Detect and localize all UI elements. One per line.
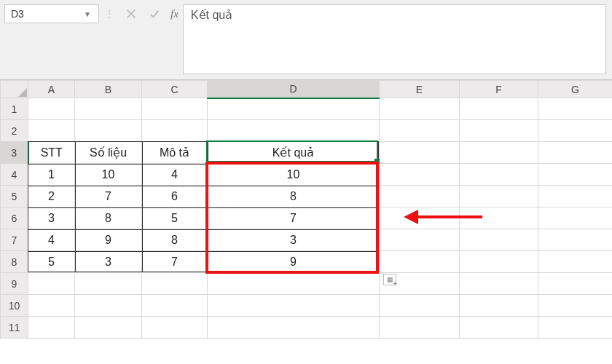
cell-F4[interactable]: [460, 164, 538, 186]
cell-F3[interactable]: [460, 142, 538, 164]
cell-A2[interactable]: [28, 120, 75, 142]
row-header-8[interactable]: 8: [1, 251, 28, 273]
cell-E2[interactable]: [380, 120, 460, 142]
cell-F1[interactable]: [460, 98, 538, 120]
cell-F9[interactable]: [460, 273, 538, 295]
formula-input[interactable]: Kết quả: [183, 4, 606, 74]
row-header-2[interactable]: 2: [1, 120, 28, 142]
cell-D11[interactable]: [208, 317, 380, 339]
cancel-icon[interactable]: [119, 4, 143, 23]
col-header-G[interactable]: G: [538, 81, 613, 98]
cell-D4[interactable]: 10: [208, 164, 380, 186]
enter-icon[interactable]: [143, 4, 166, 23]
cell-E11[interactable]: [380, 317, 460, 339]
cell-C8[interactable]: 7: [142, 251, 208, 273]
row-header-9[interactable]: 9: [1, 273, 28, 295]
cell-C3[interactable]: Mô tả: [142, 142, 208, 164]
row-header-4[interactable]: 4: [1, 164, 28, 186]
cell-B4[interactable]: 10: [75, 164, 142, 186]
cell-A4[interactable]: 1: [28, 164, 75, 186]
cell-G2[interactable]: [538, 120, 613, 142]
cell-C7[interactable]: 8: [142, 229, 208, 251]
cell-B9[interactable]: [75, 273, 142, 295]
cell-C11[interactable]: [142, 317, 208, 339]
autofill-options-icon[interactable]: ▦: [383, 274, 396, 285]
fx-icon[interactable]: fx: [166, 4, 183, 23]
cell-A9[interactable]: [28, 273, 75, 295]
cell-B2[interactable]: [75, 120, 142, 142]
cell-D8[interactable]: 9: [208, 251, 380, 273]
cell-C4[interactable]: 4: [142, 164, 208, 186]
cell-B10[interactable]: [75, 295, 142, 317]
cell-A6[interactable]: 3: [28, 207, 75, 229]
row-header-1[interactable]: 1: [1, 98, 28, 120]
row-header-7[interactable]: 7: [1, 229, 28, 251]
cell-B8[interactable]: 3: [75, 251, 142, 273]
row-header-6[interactable]: 6: [1, 207, 28, 229]
cell-F10[interactable]: [460, 295, 538, 317]
cell-C1[interactable]: [142, 98, 208, 120]
cell-B7[interactable]: 9: [75, 229, 142, 251]
cell-C6[interactable]: 5: [142, 207, 208, 229]
cell-A7[interactable]: 4: [28, 229, 75, 251]
cell-B1[interactable]: [75, 98, 142, 120]
row-header-11[interactable]: 11: [1, 317, 28, 339]
col-header-B[interactable]: B: [75, 81, 142, 98]
cell-A5[interactable]: 2: [28, 186, 75, 207]
select-all-corner[interactable]: [1, 81, 28, 98]
col-header-A[interactable]: A: [28, 81, 75, 98]
cell-B3[interactable]: Số liệu: [75, 142, 142, 164]
grid[interactable]: ABCDEFG 123STTSố liệuMô tảKết quả4110410…: [0, 80, 612, 339]
cell-E7[interactable]: [380, 229, 460, 251]
cell-E3[interactable]: [380, 142, 460, 164]
cell-D9[interactable]: [208, 273, 380, 295]
cell-F2[interactable]: [460, 120, 538, 142]
dropdown-icon[interactable]: ▼: [82, 10, 93, 18]
cell-E6[interactable]: [380, 207, 460, 229]
cell-D5[interactable]: 8: [208, 186, 380, 207]
col-header-F[interactable]: F: [460, 81, 538, 98]
cell-F11[interactable]: [460, 317, 538, 339]
cell-G3[interactable]: [538, 142, 613, 164]
cell-E8[interactable]: [380, 251, 460, 273]
cell-D7[interactable]: 3: [208, 229, 380, 251]
cell-G4[interactable]: [538, 164, 613, 186]
col-header-D[interactable]: D: [208, 81, 380, 98]
cell-A3[interactable]: STT: [28, 142, 75, 164]
cell-G6[interactable]: [538, 207, 613, 229]
col-header-E[interactable]: E: [380, 81, 460, 98]
cell-F7[interactable]: [460, 229, 538, 251]
row-header-3[interactable]: 3: [1, 142, 28, 164]
cell-F6[interactable]: [460, 207, 538, 229]
cell-D3[interactable]: Kết quả: [208, 142, 380, 164]
cell-A1[interactable]: [28, 98, 75, 120]
cell-F5[interactable]: [460, 186, 538, 207]
cell-A8[interactable]: 5: [28, 251, 75, 273]
name-box[interactable]: D3 ▼: [4, 4, 99, 23]
cell-B11[interactable]: [75, 317, 142, 339]
cell-G1[interactable]: [538, 98, 613, 120]
cell-D2[interactable]: [208, 120, 380, 142]
cell-G8[interactable]: [538, 251, 613, 273]
cell-G10[interactable]: [538, 295, 613, 317]
row-header-10[interactable]: 10: [1, 295, 28, 317]
cell-E10[interactable]: [380, 295, 460, 317]
cell-G11[interactable]: [538, 317, 613, 339]
cell-E1[interactable]: [380, 98, 460, 120]
cell-C2[interactable]: [142, 120, 208, 142]
cell-F8[interactable]: [460, 251, 538, 273]
cell-D1[interactable]: [208, 98, 380, 120]
cell-E4[interactable]: [380, 164, 460, 186]
cell-A11[interactable]: [28, 317, 75, 339]
cell-B6[interactable]: 8: [75, 207, 142, 229]
cell-G7[interactable]: [538, 229, 613, 251]
cell-D10[interactable]: [208, 295, 380, 317]
col-header-C[interactable]: C: [142, 81, 208, 98]
row-header-5[interactable]: 5: [1, 186, 28, 207]
cell-E5[interactable]: [380, 186, 460, 207]
cell-G9[interactable]: [538, 273, 613, 295]
cell-B5[interactable]: 7: [75, 186, 142, 207]
cell-C5[interactable]: 6: [142, 186, 208, 207]
cell-C9[interactable]: [142, 273, 208, 295]
cell-D6[interactable]: 7: [208, 207, 380, 229]
